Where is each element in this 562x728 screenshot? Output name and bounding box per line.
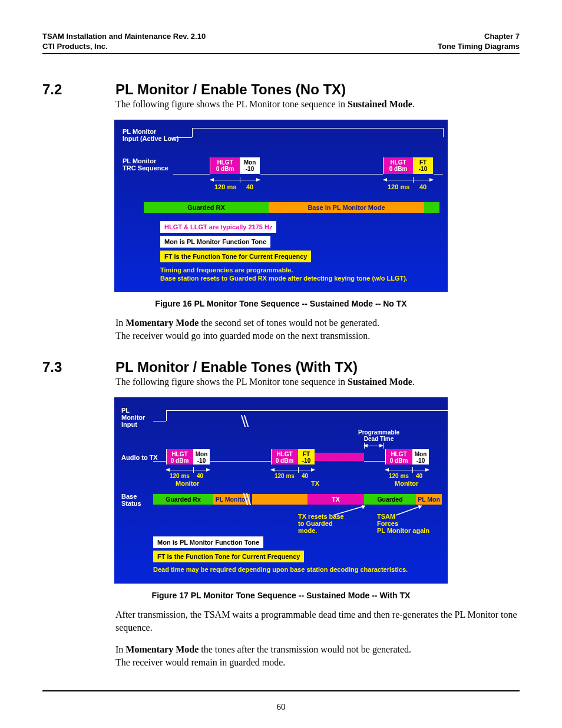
f17-audio-label: Audio to TX [121,454,158,461]
section-title: PL Monitor / Enable Tones (With TX) [115,359,358,375]
section-7-2-para2: In Momentary Mode the second set of tone… [115,317,520,330]
f16-ft: FT-10 [413,157,433,174]
f16-note-2: Mon is PL Monitor Function Tone [160,236,270,248]
f17-bar-guarded: Guarded [364,494,416,505]
figure-17-diagram: PL Monitor Input Programmable Dead Time … [114,397,448,584]
f17-input-label: PL Monitor Input [121,407,145,428]
f17-break-2 [245,493,252,505]
f17-120-1: 120 ms [170,473,190,479]
header-right-1: Chapter 7 [438,32,520,42]
f16-note-4: Timing and frequencies are programmable.… [160,266,408,282]
section-7-3-heading: 7.3 PL Monitor / Enable Tones (With TX) [42,359,520,375]
section-number: 7.2 [42,81,115,98]
f17-bar-guarded-rx: Guarded Rx [153,494,213,505]
f17-hlgt-2: HLGT0 dBm [271,449,298,465]
f16-40-2: 40 [419,183,427,190]
f16-120-1: 120 ms [214,183,236,190]
f16-bar-guarded-rx: Guarded RX [144,202,269,213]
section-number: 7.3 [42,359,115,375]
f17-break-1 [243,415,250,427]
header-left-2: CTI Products, Inc. [42,42,206,52]
f16-hlgt-2: HLGT0 dBm [384,157,413,174]
f17-hlgt-3: HLGT0 dBm [385,449,412,465]
f16-trc-label: PL Monitor TRC Sequence [123,157,168,172]
f17-bar-pl-mon-2: PL Mon [416,494,442,505]
f16-timeline-2 [384,180,433,180]
f17-callout-1: TX resets base to Guarded mode. [298,513,344,534]
section-7-2-intro: The following figure shows the PL Monito… [115,98,520,111]
f17-bar-orange-2 [252,494,308,505]
f17-note-3: Dead time may be required depending upon… [153,566,408,573]
section-7-3-para4: The receiver would remain in guarded mod… [115,656,520,669]
f16-bar-pl-monitor: Base in PL Monitor Mode [269,202,424,213]
page-header: TSAM Installation and Maintenance Rev. 2… [42,32,520,52]
section-7-2-para3: The receiver would go into guarded mode … [115,330,520,342]
f17-role-1: Monitor [176,480,199,487]
f17-note-2: FT is the Function Tone for Current Freq… [153,551,304,562]
f17-base-label: Base Status [121,493,141,507]
f17-40-2: 40 [302,473,308,479]
f17-ft-2: FT-10 [298,449,315,465]
header-left-1: TSAM Installation and Maintenance Rev. 2… [42,32,206,42]
f16-input-label: PL Monitor Input (Active Low) [123,128,178,142]
f17-callout-2: TSAM Forces PL Monitor again [377,513,429,534]
section-title: PL Monitor / Enable Tones (No TX) [115,81,346,98]
f17-120-2: 120 ms [275,473,295,479]
figure-16-diagram: PL Monitor Input (Active Low) PL Monitor… [114,120,448,292]
f17-dead-label: Programmable Dead Time [358,429,399,442]
figure-17-caption: Figure 17 PL Monitor Tone Sequence -- Su… [42,591,520,600]
f17-120-3: 120 ms [389,473,409,479]
section-7-3-para3: In Momentary Mode the tones after the tr… [115,643,520,656]
header-rule [42,53,520,54]
f17-40-3: 40 [416,473,422,479]
figure-16-caption: Figure 16 PL Monitor Tone Sequence -- Su… [42,299,520,308]
f17-note-1: Mon is PL Monitor Function Tone [153,536,263,548]
section-7-3-para2: After transmission, the TSAM waits a pro… [115,608,520,634]
f17-role-2: TX [311,480,319,487]
f16-note-3: FT is the Function Tone for Current Freq… [160,251,311,262]
svg-marker-0 [362,505,365,509]
f17-mon-1: Mon-10 [193,449,210,465]
f16-mon-1: Mon-10 [240,157,260,174]
f16-120-2: 120 ms [388,183,409,190]
f17-dead-arrows [364,446,383,446]
footer-rule [42,690,520,691]
f16-hlgt-1: HLGT0 dBm [210,157,240,174]
f16-note-1: HLGT & LLGT are typically 2175 Hz [160,221,276,233]
header-right-2: Tone Timing Diagrams [438,42,520,52]
section-7-3-intro: The following figure shows the PL Monito… [115,375,520,388]
f17-hlgt-1: HLGT0 dBm [166,449,193,465]
f17-audio-strip [315,453,364,461]
f16-40-1: 40 [246,183,253,190]
f17-mon-3: Mon-10 [412,449,429,465]
f16-timeline-1 [210,180,260,180]
page-number: 60 [42,702,520,712]
f17-40-1: 40 [197,473,203,479]
section-7-2-heading: 7.2 PL Monitor / Enable Tones (No TX) [42,81,520,98]
f17-bar-tx: TX [308,494,364,505]
f17-role-3: Monitor [395,480,418,487]
f16-bar-right-edge [424,202,439,213]
